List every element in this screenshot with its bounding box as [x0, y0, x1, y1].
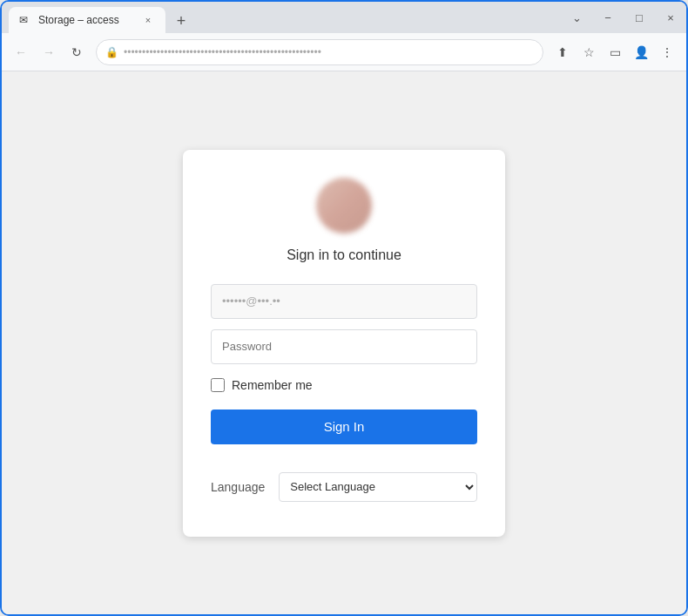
new-tab-button[interactable]: + [169, 9, 193, 33]
forward-button[interactable]: → [37, 40, 61, 64]
page-content: // Sign in to continue Remember me Sign … [2, 71, 686, 614]
chevron-icon[interactable]: ⌄ [568, 9, 585, 26]
menu-button[interactable]: ⋮ [655, 40, 679, 64]
tab-strip: ✉ Storage – access × + [9, 2, 568, 33]
address-bar[interactable]: 🔒 ••••••••••••••••••••••••••••••••••••••… [96, 39, 543, 65]
lock-icon: 🔒 [105, 46, 118, 58]
restore-button[interactable]: □ [631, 9, 648, 26]
language-label: Language [211, 480, 265, 494]
language-row: Language Select Language English Spanish… [211, 472, 477, 502]
remember-me-label: Remember me [232, 378, 313, 392]
sidebar-button[interactable]: ▭ [603, 40, 627, 64]
remember-me-checkbox[interactable] [211, 378, 225, 392]
password-input[interactable] [211, 329, 477, 364]
email-input[interactable] [211, 284, 477, 319]
share-button[interactable]: ⬆ [550, 40, 575, 64]
back-button[interactable]: ← [9, 40, 33, 64]
tab-title: Storage – access [38, 14, 134, 26]
nav-actions: ⬆ ☆ ▭ 👤 ⋮ [550, 40, 679, 64]
login-card: Sign in to continue Remember me Sign In … [183, 150, 505, 537]
profile-button[interactable]: 👤 [629, 40, 653, 64]
active-tab[interactable]: ✉ Storage – access × [9, 7, 165, 33]
sign-in-title: Sign in to continue [287, 247, 401, 263]
url-text: ••••••••••••••••••••••••••••••••••••••••… [124, 46, 534, 58]
reload-button[interactable]: ↻ [64, 40, 89, 64]
avatar [316, 178, 372, 234]
browser-window: ✉ Storage – access × + ⌄ − □ × ← → ↻ 🔒 •… [0, 0, 688, 616]
tab-favicon-icon: ✉ [19, 14, 31, 26]
remember-me-row: Remember me [211, 378, 477, 392]
nav-bar: ← → ↻ 🔒 ••••••••••••••••••••••••••••••••… [2, 33, 686, 71]
close-button[interactable]: × [662, 9, 679, 26]
window-controls: ⌄ − □ × [568, 9, 679, 26]
minimize-button[interactable]: − [599, 9, 617, 26]
language-select[interactable]: Select Language English Spanish French G… [279, 472, 477, 502]
bookmark-button[interactable]: ☆ [577, 40, 601, 64]
tab-close-button[interactable]: × [141, 13, 155, 27]
title-bar: ✉ Storage – access × + ⌄ − □ × [2, 2, 686, 33]
sign-in-button[interactable]: Sign In [211, 410, 477, 444]
